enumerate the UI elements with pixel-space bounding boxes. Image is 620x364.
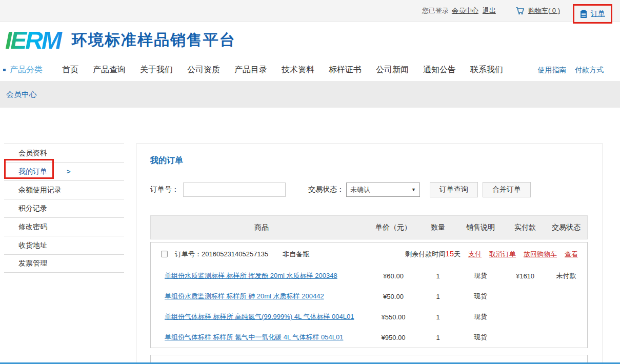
page-title: 我的订单	[150, 155, 589, 166]
order-item-row: 单组份水质监测标样 标样所 挥发酚 20ml 水质标样 200348 ¥60.0…	[151, 266, 587, 286]
sidebar-item-points-records[interactable]: 积分记录	[4, 199, 124, 217]
orders-link[interactable]: 订单	[591, 9, 605, 18]
cart-group[interactable]: 购物车( 0 )	[515, 6, 560, 15]
member-sidebar: 会员资料 我的订单 > 余额使用记录 积分记录 修改密码 收货地址	[4, 144, 124, 273]
order-item-row: 单组份气体标样 标样所 氮气中一氧化碳 4L 气体标样 054L01 ¥950.…	[151, 327, 587, 348]
quantity-cell: 1	[420, 272, 456, 280]
view-link[interactable]: 查看	[565, 250, 578, 259]
site-title: 环境标准样品销售平台	[72, 30, 236, 51]
nav-item-product-search[interactable]: 产品查询	[93, 65, 126, 75]
remaining-payment-time: 剩余付款时间15天	[405, 249, 461, 259]
sidebar-item-my-orders[interactable]: 我的订单 >	[4, 162, 124, 180]
quantity-cell: 1	[420, 293, 456, 300]
orders-table-header: 商品 单价（元） 数量 销售说明 实付款 交易状态	[150, 215, 588, 239]
order-query-button[interactable]: 订单查询	[430, 182, 478, 197]
orders-highlight-box[interactable]: 订单	[573, 4, 612, 24]
sale-note-cell: 现货	[456, 333, 505, 342]
nav-item-contact-us[interactable]: 联系我们	[470, 65, 503, 75]
site-logo[interactable]: IERM	[5, 28, 65, 53]
product-name-cell: 单组份气体标样 标样所 高纯氮气(99.999%) 4L 气体标样 004L01	[151, 312, 367, 321]
order-no-input[interactable]	[183, 183, 286, 197]
order-header-row: 订单号：201605231405257135 非自备瓶 剩余付款时间15天 支付…	[151, 242, 587, 266]
sidebar-item-invoice-management[interactable]: 发票管理	[4, 254, 124, 273]
remaining-days: 15	[445, 249, 454, 258]
cart-icon	[515, 7, 528, 15]
topbar: 您已登录 会员中心 退出 购物车( 0 )	[0, 0, 620, 22]
order-no-label: 订单号：	[150, 185, 179, 194]
main-nav: 产品分类 首页 产品查询 关于我们 公司资质 产品目录 技术资料 标样证书 公司…	[0, 59, 620, 81]
payment-method-link[interactable]: 付款方式	[575, 66, 604, 74]
nav-item-about-us[interactable]: 关于我们	[140, 65, 173, 75]
sidebar-item-shipping-address[interactable]: 收货地址	[4, 236, 124, 254]
product-link[interactable]: 单组份气体标样 标样所 氮气中一氧化碳 4L 气体标样 054L01	[165, 333, 343, 341]
sidebar-arrow-icon: >	[67, 168, 71, 175]
bottle-note: 非自备瓶	[283, 250, 309, 259]
order-block: 订单号：201605231405257135 非自备瓶 剩余付款时间15天 支付…	[150, 242, 588, 348]
trade-status-value: 未确认	[350, 185, 370, 194]
sale-note-cell: 现货	[456, 312, 505, 321]
return-to-cart-link[interactable]: 放回购物车	[524, 250, 557, 259]
product-name-cell: 单组份气体标样 标样所 氮气中一氧化碳 4L 气体标样 054L01	[151, 333, 367, 342]
nav-right-links: 使用指南 付款方式	[532, 65, 604, 75]
product-link[interactable]: 单组份水质监测标样 标样所 挥发酚 20ml 水质标样 200348	[165, 272, 337, 279]
content-area: 会员资料 我的订单 > 余额使用记录 积分记录 修改密码 收货地址	[0, 108, 620, 364]
breadcrumb: 会员中心	[0, 81, 620, 108]
product-link[interactable]: 单组份气体标样 标样所 高纯氮气(99.999%) 4L 气体标样 004L01	[165, 313, 354, 320]
quantity-cell: 1	[420, 334, 456, 341]
cart-link[interactable]: 购物车( 0 )	[528, 6, 560, 15]
my-orders-panel: 我的订单 订单号： 交易状态： 未确认 ▼ 订单查询 合并订单 商品 单价（元）…	[136, 144, 603, 364]
cancel-order-link[interactable]: 取消订单	[489, 250, 516, 259]
order-item-row: 单组份水质监测标样 标样所 砷 20ml 水质标样 200442 ¥50.00 …	[151, 286, 587, 307]
quantity-cell: 1	[420, 313, 456, 321]
login-status-text: 您已登录	[422, 6, 449, 15]
order-actions: 剩余付款时间15天 支付 取消订单 放回购物车 查看	[405, 249, 587, 259]
order-item-row: 单组份气体标样 标样所 高纯氮气(99.999%) 4L 气体标样 004L01…	[151, 307, 587, 327]
order-no-text: 订单号：201605231405257135	[175, 250, 268, 259]
unit-price-cell: ¥50.00	[367, 293, 420, 300]
col-product: 商品	[151, 223, 367, 232]
breadcrumb-title: 会员中心	[6, 90, 37, 99]
col-trade-status: 交易状态	[545, 223, 587, 232]
col-sale-note: 销售说明	[456, 223, 505, 232]
merge-orders-button[interactable]: 合并订单	[483, 182, 531, 197]
usage-guide-link[interactable]: 使用指南	[538, 66, 567, 74]
nav-item-sample-certificates[interactable]: 标样证书	[329, 65, 362, 75]
col-unit-price: 单价（元）	[367, 223, 420, 232]
sidebar-item-balance-records[interactable]: 余额使用记录	[4, 180, 124, 199]
unit-price-cell: ¥550.00	[367, 313, 420, 321]
order-checkbox[interactable]	[161, 251, 168, 257]
chevron-down-icon: ▼	[411, 187, 416, 192]
product-name-cell: 单组份水质监测标样 标样所 挥发酚 20ml 水质标样 200348	[151, 271, 367, 280]
nav-item-company-news[interactable]: 公司新闻	[376, 65, 409, 75]
trade-status-label: 交易状态：	[308, 185, 344, 194]
unit-price-cell: ¥60.00	[367, 272, 420, 280]
product-link[interactable]: 单组份水质监测标样 标样所 砷 20ml 水质标样 200442	[165, 292, 324, 300]
nav-item-product-category[interactable]: 产品分类	[3, 65, 43, 75]
nav-item-home[interactable]: 首页	[62, 65, 78, 75]
col-paid-amount: 实付款	[505, 223, 545, 232]
sale-note-cell: 现货	[456, 271, 505, 280]
logout-link[interactable]: 退出	[483, 6, 496, 15]
member-center-link[interactable]: 会员中心	[452, 6, 478, 15]
sale-note-cell: 现货	[456, 292, 505, 301]
page: 您已登录 会员中心 退出 购物车( 0 )	[0, 0, 620, 364]
nav-bullet-icon	[3, 69, 6, 71]
trade-status-cell: 未付款	[545, 271, 587, 280]
sidebar-item-change-password[interactable]: 修改密码	[4, 217, 124, 236]
trade-status-select[interactable]: 未确认 ▼	[346, 183, 420, 197]
paid-amount-cell: ¥1610	[505, 272, 545, 280]
nav-item-company-qualification[interactable]: 公司资质	[187, 65, 220, 75]
pay-link[interactable]: 支付	[468, 250, 482, 259]
order-clipboard-icon	[580, 10, 591, 18]
nav-item-technical-docs[interactable]: 技术资料	[282, 65, 314, 75]
logo-section: IERM 环境标准样品销售平台	[0, 22, 620, 59]
col-quantity: 数量	[420, 223, 456, 232]
unit-price-cell: ¥950.00	[367, 334, 420, 341]
nav-item-notices[interactable]: 通知公告	[423, 65, 456, 75]
order-filter-row: 订单号： 交易状态： 未确认 ▼ 订单查询 合并订单	[150, 182, 589, 197]
product-name-cell: 单组份水质监测标样 标样所 砷 20ml 水质标样 200442	[151, 292, 367, 301]
sidebar-item-member-profile[interactable]: 会员资料	[4, 144, 124, 162]
nav-item-product-catalog[interactable]: 产品目录	[234, 65, 267, 75]
